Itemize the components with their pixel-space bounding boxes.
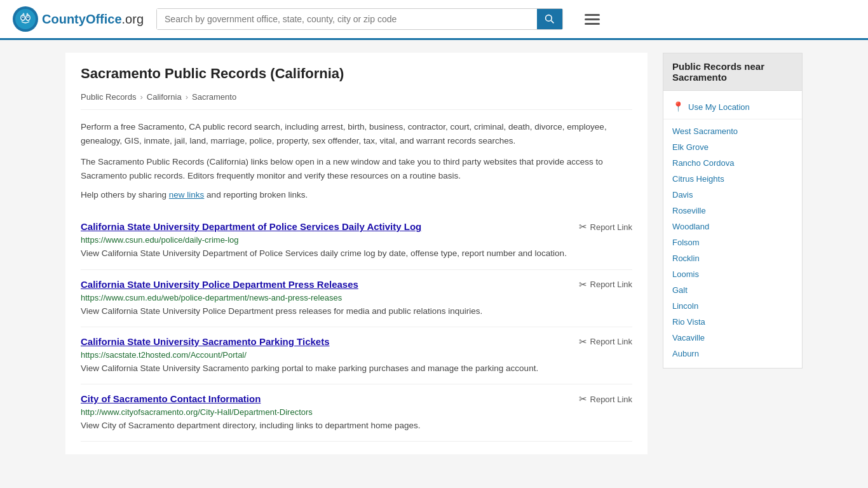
svg-point-1 bbox=[15, 9, 36, 29]
report-icon: ✂ bbox=[579, 221, 587, 233]
logo-text: CountyOffice.org bbox=[42, 12, 144, 27]
use-location-row: 📍 Use My Location bbox=[663, 97, 802, 119]
report-link[interactable]: ✂ Report Link bbox=[579, 221, 632, 233]
records-list: California State University Department o… bbox=[81, 212, 632, 442]
record-url[interactable]: https://sacstate.t2hosted.com/Account/Po… bbox=[81, 350, 632, 360]
report-icon: ✂ bbox=[579, 393, 587, 405]
breadcrumb-public-records[interactable]: Public Records bbox=[81, 92, 136, 102]
record-url[interactable]: http://www.cityofsacramento.org/City-Hal… bbox=[81, 407, 632, 417]
record-header: City of Sacramento Contact Information ✂… bbox=[81, 393, 632, 405]
report-icon: ✂ bbox=[579, 279, 587, 290]
description-1: Perform a free Sacramento, CA public rec… bbox=[81, 120, 632, 147]
sidebar-city-link[interactable]: Roseville bbox=[663, 203, 802, 219]
report-icon: ✂ bbox=[579, 336, 587, 348]
record-header: California State University Police Depar… bbox=[81, 279, 632, 290]
header: CountyOffice.org bbox=[0, 0, 868, 40]
search-button[interactable] bbox=[537, 9, 562, 29]
menu-line-2 bbox=[585, 18, 600, 20]
use-location-link[interactable]: Use My Location bbox=[688, 102, 750, 112]
sidebar-city-link[interactable]: Citrus Heights bbox=[663, 171, 802, 187]
sidebar-city-link[interactable]: Auburn bbox=[663, 346, 802, 362]
sidebar-city-link[interactable]: Folsom bbox=[663, 234, 802, 250]
record-header: California State University Sacramento P… bbox=[81, 336, 632, 348]
record-item: City of Sacramento Contact Information ✂… bbox=[81, 384, 632, 442]
breadcrumb-sacramento[interactable]: Sacramento bbox=[192, 92, 236, 102]
sidebar-list: 📍 Use My Location West SacramentoElk Gro… bbox=[663, 91, 802, 368]
report-label: Report Link bbox=[590, 280, 632, 289]
sidebar-box: Public Records near Sacramento 📍 Use My … bbox=[663, 53, 803, 369]
sidebar-header: Public Records near Sacramento bbox=[663, 53, 802, 91]
help-text: Help others by sharing new links and rep… bbox=[81, 190, 632, 200]
record-url[interactable]: https://www.csun.edu/police/daily-crime-… bbox=[81, 235, 632, 245]
breadcrumb: Public Records › California › Sacramento bbox=[81, 92, 632, 110]
breadcrumb-sep-2: › bbox=[186, 92, 188, 102]
breadcrumb-sep-1: › bbox=[140, 92, 142, 102]
record-item: California State University Department o… bbox=[81, 212, 632, 269]
location-icon: 📍 bbox=[672, 101, 684, 112]
sidebar-city-link[interactable]: West Sacramento bbox=[663, 123, 802, 139]
sidebar-city-link[interactable]: Galt bbox=[663, 282, 802, 298]
sidebar-city-link[interactable]: Loomis bbox=[663, 266, 802, 282]
menu-button[interactable] bbox=[581, 10, 604, 29]
record-url[interactable]: https://www.csum.edu/web/police-departme… bbox=[81, 293, 632, 302]
search-area bbox=[156, 8, 563, 30]
record-item: California State University Police Depar… bbox=[81, 270, 632, 327]
main-container: Sacramento Public Records (California) P… bbox=[53, 40, 815, 467]
report-link[interactable]: ✂ Report Link bbox=[579, 393, 632, 405]
logo-icon bbox=[13, 6, 38, 32]
breadcrumb-california[interactable]: California bbox=[147, 92, 182, 102]
record-desc: View California State University Departm… bbox=[81, 247, 632, 260]
record-desc: View California State University Police … bbox=[81, 305, 632, 318]
sidebar-city-link[interactable]: Elk Grove bbox=[663, 139, 802, 155]
record-header: California State University Department o… bbox=[81, 221, 632, 233]
record-title[interactable]: California State University Sacramento P… bbox=[81, 336, 330, 347]
search-icon bbox=[545, 14, 555, 24]
sidebar-city-link[interactable]: Woodland bbox=[663, 219, 802, 234]
report-link[interactable]: ✂ Report Link bbox=[579, 336, 632, 348]
sidebar-city-link[interactable]: Rio Vista bbox=[663, 314, 802, 330]
page-title: Sacramento Public Records (California) bbox=[81, 65, 632, 82]
report-link[interactable]: ✂ Report Link bbox=[579, 279, 632, 290]
record-item: California State University Sacramento P… bbox=[81, 327, 632, 384]
svg-point-7 bbox=[27, 17, 29, 18]
svg-point-10 bbox=[546, 15, 552, 22]
report-label: Report Link bbox=[590, 222, 632, 232]
report-label: Report Link bbox=[590, 395, 632, 404]
sidebar-city-link[interactable]: Vacaville bbox=[663, 330, 802, 346]
logo-area: CountyOffice.org bbox=[13, 6, 144, 32]
record-desc: View City of Sacramento department direc… bbox=[81, 419, 632, 432]
record-title[interactable]: California State University Department o… bbox=[81, 221, 421, 232]
sidebar-city-link[interactable]: Rocklin bbox=[663, 250, 802, 266]
record-title[interactable]: California State University Police Depar… bbox=[81, 279, 358, 290]
sidebar-city-link[interactable]: Lincoln bbox=[663, 298, 802, 314]
menu-line-3 bbox=[585, 23, 600, 25]
svg-point-6 bbox=[22, 17, 24, 18]
record-title[interactable]: City of Sacramento Contact Information bbox=[81, 393, 261, 404]
sidebar-city-link[interactable]: Davis bbox=[663, 187, 802, 203]
content-area: Sacramento Public Records (California) P… bbox=[65, 53, 648, 454]
new-links-link[interactable]: new links bbox=[169, 190, 205, 200]
menu-line-1 bbox=[585, 14, 600, 16]
svg-line-11 bbox=[551, 20, 553, 23]
description-2: The Sacramento Public Records (Californi… bbox=[81, 155, 632, 182]
report-label: Report Link bbox=[590, 337, 632, 346]
sidebar: Public Records near Sacramento 📍 Use My … bbox=[663, 53, 803, 454]
sidebar-cities: West SacramentoElk GroveRancho CordovaCi… bbox=[663, 123, 802, 362]
sidebar-city-link[interactable]: Rancho Cordova bbox=[663, 155, 802, 171]
record-desc: View California State University Sacrame… bbox=[81, 362, 632, 375]
search-input[interactable] bbox=[157, 9, 537, 29]
